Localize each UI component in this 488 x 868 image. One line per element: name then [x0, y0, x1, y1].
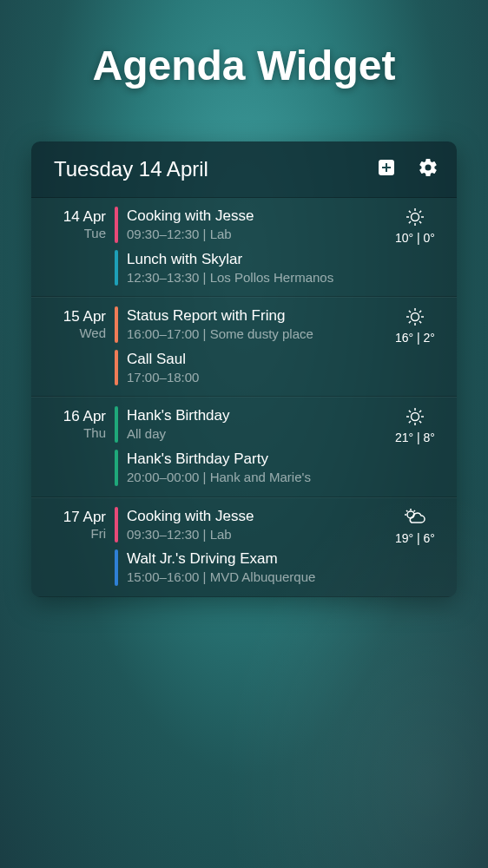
events-column: Cooking with Jesse09:30–12:30 | LabWalt …	[115, 507, 382, 586]
event-color-bar	[115, 450, 118, 486]
event-title: Call Saul	[127, 350, 382, 369]
date-label: 16 Apr	[31, 408, 106, 425]
event-item[interactable]: Walt Jr.'s Driving Exam15:00–16:00 | MVD…	[115, 549, 382, 586]
event-color-bar	[115, 350, 118, 386]
svg-line-34	[414, 510, 416, 512]
date-column: 14 AprTue	[31, 207, 115, 240]
weather-column: 19° | 6°	[382, 507, 443, 545]
event-color-bar	[115, 549, 118, 586]
plus-icon	[376, 157, 397, 181]
temperature-label: 19° | 6°	[387, 531, 443, 545]
temperature-label: 21° | 8°	[387, 431, 443, 444]
svg-line-18	[419, 321, 421, 323]
date-column: 17 AprFri	[31, 507, 115, 541]
svg-point-3	[412, 214, 419, 221]
date-label: 14 Apr	[31, 208, 106, 226]
event-subtitle: All day	[127, 425, 382, 443]
day-of-week-label: Wed	[31, 326, 106, 340]
event-item[interactable]: Status Report with Fring16:00–17:00 | So…	[115, 306, 382, 343]
events-column: Status Report with Fring16:00–17:00 | So…	[115, 306, 382, 385]
day-of-week-label: Fri	[31, 526, 106, 541]
event-item[interactable]: Hank's Birthday Party20:00–00:00 | Hank …	[115, 450, 382, 486]
event-item[interactable]: Lunch with Skylar12:30–13:30 | Los Pollo…	[115, 250, 382, 286]
event-item[interactable]: Cooking with Jesse09:30–12:30 | Lab	[115, 207, 382, 243]
day-block[interactable]: 15 AprWedStatus Report with Fring16:00–1…	[31, 297, 457, 397]
date-column: 16 AprThu	[31, 406, 115, 440]
event-title: Hank's Birthday	[127, 406, 382, 425]
event-color-bar	[115, 507, 118, 543]
weather-column: 16° | 2°	[382, 306, 443, 345]
svg-line-29	[419, 411, 421, 412]
partly-cloudy-icon	[387, 507, 443, 528]
svg-line-11	[419, 211, 421, 213]
svg-line-9	[419, 221, 421, 223]
event-color-bar	[115, 250, 118, 286]
date-column: 15 AprWed	[31, 306, 115, 340]
event-subtitle: 15:00–16:00 | MVD Albuquerque	[127, 569, 382, 586]
event-subtitle: 12:30–13:30 | Los Pollos Hermanos	[127, 269, 382, 286]
day-of-week-label: Tue	[31, 226, 106, 240]
date-label: 17 Apr	[31, 509, 106, 526]
event-title: Cooking with Jesse	[127, 507, 382, 526]
svg-line-20	[419, 311, 421, 312]
add-event-button[interactable]	[375, 158, 398, 181]
weather-column: 21° | 8°	[382, 406, 443, 444]
event-item[interactable]: Call Saul17:00–18:00	[115, 350, 382, 386]
sun-icon	[387, 306, 443, 327]
gear-icon	[418, 157, 439, 181]
event-subtitle: 16:00–17:00 | Some dusty place	[127, 326, 382, 343]
svg-line-28	[409, 421, 411, 423]
day-block[interactable]: 16 AprThuHank's BirthdayAll dayHank's Bi…	[31, 397, 457, 496]
event-title: Cooking with Jesse	[127, 207, 382, 226]
event-item[interactable]: Cooking with Jesse09:30–12:30 | Lab	[115, 507, 382, 543]
event-title: Status Report with Fring	[127, 306, 382, 326]
settings-button[interactable]	[417, 158, 439, 181]
event-item[interactable]: Hank's BirthdayAll day	[115, 406, 382, 443]
event-color-bar	[115, 207, 118, 243]
weather-column: 10° | 0°	[382, 207, 443, 245]
widget-date-title: Tuesday 14 April	[54, 157, 356, 181]
svg-line-33	[406, 510, 408, 512]
event-title: Lunch with Skylar	[127, 250, 382, 269]
event-subtitle: 09:30–12:30 | Lab	[127, 226, 382, 243]
svg-line-26	[409, 411, 411, 412]
event-subtitle: 20:00–00:00 | Hank and Marie's	[127, 469, 382, 486]
svg-point-12	[412, 313, 419, 321]
events-column: Hank's BirthdayAll dayHank's Birthday Pa…	[115, 406, 382, 485]
page-title: Agenda Widget	[0, 0, 488, 89]
svg-line-17	[409, 311, 411, 312]
svg-line-27	[419, 421, 421, 423]
event-subtitle: 17:00–18:00	[127, 369, 382, 386]
sun-icon	[387, 406, 443, 427]
sun-icon	[387, 207, 443, 227]
day-block[interactable]: 14 AprTueCooking with Jesse09:30–12:30 |…	[31, 198, 457, 297]
event-color-bar	[115, 306, 118, 343]
temperature-label: 10° | 0°	[387, 231, 443, 245]
svg-line-19	[409, 321, 411, 323]
event-color-bar	[115, 406, 118, 443]
agenda-widget: Tuesday 14 April 14 AprTueCooking with J…	[31, 141, 457, 597]
widget-header: Tuesday 14 April	[31, 141, 457, 198]
day-of-week-label: Thu	[31, 425, 106, 440]
svg-line-10	[409, 221, 411, 223]
day-block[interactable]: 17 AprFriCooking with Jesse09:30–12:30 |…	[31, 497, 457, 597]
event-title: Walt Jr.'s Driving Exam	[127, 549, 382, 569]
date-label: 15 Apr	[31, 308, 106, 326]
temperature-label: 16° | 2°	[387, 331, 443, 345]
svg-point-21	[412, 413, 419, 421]
event-title: Hank's Birthday Party	[127, 450, 382, 469]
events-column: Cooking with Jesse09:30–12:30 | LabLunch…	[115, 207, 382, 286]
svg-rect-2	[382, 167, 391, 168]
event-subtitle: 09:30–12:30 | Lab	[127, 526, 382, 543]
svg-line-8	[409, 211, 411, 213]
